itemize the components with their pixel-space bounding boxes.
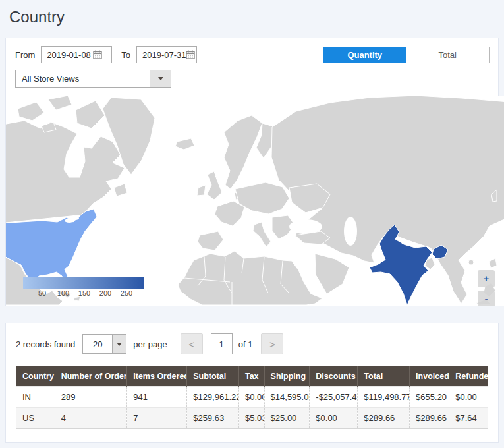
cell: $7.64 <box>449 408 488 429</box>
cell: US <box>16 408 55 429</box>
to-label: To <box>121 50 130 60</box>
column-header[interactable]: Tax <box>238 366 264 387</box>
calendar-icon[interactable] <box>186 50 195 59</box>
cell: IN <box>16 387 55 408</box>
chevron-down-icon <box>117 343 122 346</box>
column-header[interactable]: Refunded <box>449 366 488 387</box>
to-date-input[interactable] <box>138 50 186 60</box>
cell: $0.00 <box>238 387 264 408</box>
column-header[interactable]: Invoiced <box>410 366 449 387</box>
table-header-row: Country Number of Orders Items Ordered S… <box>16 366 488 387</box>
pagination-bar: 2 records found 20 per page < of 1 > <box>16 333 488 354</box>
select-arrow-button[interactable] <box>150 70 171 87</box>
from-date-input[interactable] <box>43 50 93 60</box>
cell: $5.03 <box>238 408 264 429</box>
report-panel: From To Quanti <box>5 38 499 306</box>
cell: $0.00 <box>449 387 488 408</box>
records-count: 2 records found <box>16 339 75 349</box>
country-africa <box>178 251 322 305</box>
legend-tick: 50 <box>38 289 46 297</box>
store-view-select[interactable]: All Store Views <box>15 70 171 88</box>
cell: $14,595.00 <box>264 387 310 408</box>
calendar-icon[interactable] <box>93 50 102 59</box>
world-map-svg <box>6 96 504 306</box>
page-total-label: of 1 <box>238 339 253 349</box>
tab-quantity[interactable]: Quantity <box>323 47 406 63</box>
chevron-left-icon: < <box>188 339 194 350</box>
select-arrow-button[interactable] <box>112 335 126 353</box>
chevron-right-icon: > <box>269 339 275 350</box>
cell: 7 <box>127 408 187 429</box>
per-page-label: per page <box>133 339 167 349</box>
previous-page-button[interactable]: < <box>181 333 203 354</box>
current-page-input[interactable] <box>211 333 233 354</box>
legend-tick: 150 <box>78 289 90 297</box>
cell: 289 <box>55 387 127 408</box>
cell: $119,498.77 <box>358 387 410 408</box>
table-row: IN 289 941 $129,961.22 $0.00 $14,595.00 … <box>16 387 488 408</box>
quantity-total-toggle: Quantity Total <box>323 47 490 63</box>
column-header[interactable]: Items Ordered <box>127 366 187 387</box>
cell: $129,961.22 <box>187 387 239 408</box>
column-header[interactable]: Discounts <box>310 366 358 387</box>
map-zoom-in-button[interactable]: + <box>478 270 495 287</box>
tab-total[interactable]: Total <box>406 47 490 63</box>
legend-gradient-bar <box>23 277 144 289</box>
page-title: Country <box>9 8 504 26</box>
next-page-button[interactable]: > <box>261 333 283 354</box>
column-header[interactable]: Country <box>16 366 55 387</box>
cell: $0.00 <box>310 408 358 429</box>
cell: $655.20 <box>410 387 449 408</box>
cell: $259.63 <box>187 408 239 429</box>
legend-tick: 250 <box>121 289 132 297</box>
map-legend: 50 100 150 200 250 <box>23 277 144 299</box>
page-size-value: 20 <box>83 335 112 353</box>
chevron-down-icon <box>158 77 163 80</box>
cell: $289.66 <box>410 408 449 429</box>
from-date-field[interactable] <box>41 46 112 63</box>
results-panel: 2 records found 20 per page < of 1 > Cou… <box>5 323 499 443</box>
country-canada <box>6 121 125 223</box>
cell: -$25,057.45 <box>310 387 358 408</box>
cell: 941 <box>127 387 187 408</box>
from-label: From <box>15 50 35 60</box>
legend-tick: 100 <box>57 289 69 297</box>
map-zoom-out-button[interactable]: - <box>478 291 495 306</box>
to-date-field[interactable] <box>136 46 197 63</box>
cell: $25.00 <box>264 408 310 429</box>
cell: 4 <box>55 408 127 429</box>
column-header[interactable]: Subtotal <box>187 366 239 387</box>
column-header[interactable]: Number of Orders <box>55 366 127 387</box>
column-header[interactable]: Total <box>358 366 410 387</box>
store-view-value: All Store Views <box>16 70 150 87</box>
table-row: US 4 7 $259.63 $5.03 $25.00 $0.00 $289.6… <box>16 408 488 429</box>
report-table: Country Number of Orders Items Ordered S… <box>16 366 488 429</box>
world-map[interactable]: 50 100 150 200 250 + - <box>6 96 504 306</box>
cell: $289.66 <box>358 408 410 429</box>
page-header: Country <box>0 0 504 38</box>
legend-tick: 200 <box>99 289 111 297</box>
column-header[interactable]: Shipping <box>264 366 310 387</box>
filters-row: From To Quanti <box>15 46 490 63</box>
page-size-select[interactable]: 20 <box>82 334 126 354</box>
